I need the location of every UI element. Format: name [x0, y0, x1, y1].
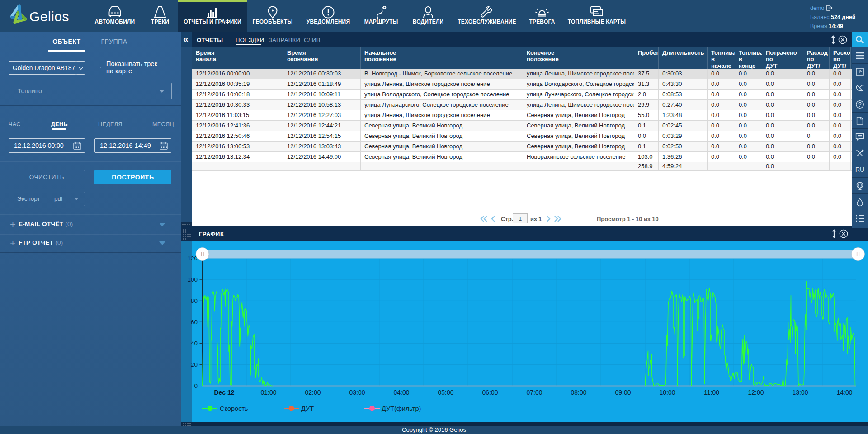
svg-text:100: 100	[187, 276, 198, 283]
svg-text:01:00: 01:00	[260, 389, 276, 396]
svg-text:80: 80	[191, 297, 198, 304]
svg-text:07:00: 07:00	[526, 389, 542, 396]
svg-text:10:00: 10:00	[659, 389, 675, 396]
svg-text:60: 60	[191, 319, 198, 326]
svg-text:20: 20	[191, 361, 198, 368]
svg-text:0: 0	[194, 382, 198, 389]
svg-text:09:00: 09:00	[615, 389, 631, 396]
svg-text:Dec 12: Dec 12	[214, 389, 234, 396]
svg-text:11:00: 11:00	[704, 389, 719, 396]
svg-text:40: 40	[191, 340, 198, 347]
svg-text:05:00: 05:00	[438, 389, 453, 396]
svg-text:03:00: 03:00	[349, 389, 365, 396]
svg-text:12:00: 12:00	[748, 389, 764, 396]
svg-text:06:00: 06:00	[482, 389, 498, 396]
svg-text:ДУТ: ДУТ	[301, 405, 314, 412]
svg-text:04:00: 04:00	[393, 389, 409, 396]
svg-text:13:00: 13:00	[792, 389, 808, 396]
svg-text:02:00: 02:00	[305, 389, 321, 396]
svg-text:ДУТ(фильтр): ДУТ(фильтр)	[382, 405, 421, 412]
svg-text:Скорость: Скорость	[220, 405, 248, 412]
svg-text:14:00: 14:00	[836, 389, 852, 396]
svg-text:08:00: 08:00	[571, 389, 586, 396]
